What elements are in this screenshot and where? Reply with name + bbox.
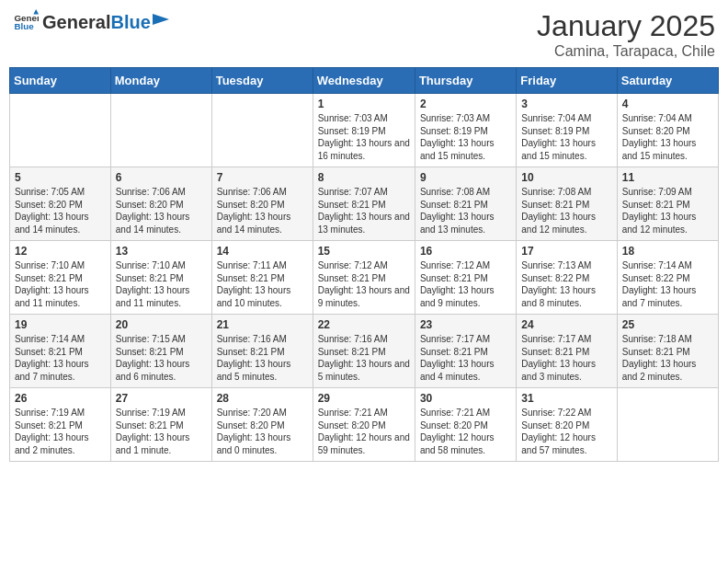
day-info: Sunrise: 7:11 AM Sunset: 8:21 PM Dayligh… (217, 259, 308, 309)
day-info: Sunrise: 7:19 AM Sunset: 8:21 PM Dayligh… (116, 407, 207, 456)
day-number: 22 (318, 318, 410, 331)
svg-marker-3 (153, 14, 169, 25)
calendar-cell: 17Sunrise: 7:13 AM Sunset: 8:22 PM Dayli… (517, 241, 617, 315)
day-info: Sunrise: 7:03 AM Sunset: 8:19 PM Dayligh… (420, 112, 511, 162)
day-number: 18 (622, 245, 713, 258)
day-number: 14 (217, 245, 308, 258)
day-number: 27 (116, 392, 207, 405)
day-info: Sunrise: 7:20 AM Sunset: 8:20 PM Dayligh… (217, 407, 308, 456)
day-number: 31 (521, 392, 611, 405)
day-info: Sunrise: 7:04 AM Sunset: 8:20 PM Dayligh… (622, 112, 713, 162)
logo-icon: General Blue (13, 9, 39, 35)
day-number: 16 (420, 245, 511, 258)
calendar-cell (10, 94, 111, 167)
day-number: 5 (15, 171, 106, 184)
day-number: 20 (116, 318, 207, 331)
day-number: 29 (318, 392, 410, 405)
calendar-cell: 13Sunrise: 7:10 AM Sunset: 8:21 PM Dayli… (110, 241, 211, 315)
day-of-week-header: Friday (517, 68, 617, 94)
calendar-cell: 31Sunrise: 7:22 AM Sunset: 8:20 PM Dayli… (517, 388, 617, 462)
calendar-cell: 23Sunrise: 7:17 AM Sunset: 8:21 PM Dayli… (415, 315, 516, 388)
day-number: 28 (217, 392, 308, 405)
logo-general-text: General (42, 12, 110, 33)
day-number: 2 (420, 98, 511, 110)
day-of-week-header: Sunday (10, 68, 111, 94)
day-number: 11 (622, 171, 713, 184)
calendar-cell (110, 94, 211, 167)
calendar-cell: 10Sunrise: 7:08 AM Sunset: 8:21 PM Dayli… (517, 167, 617, 241)
day-info: Sunrise: 7:12 AM Sunset: 8:21 PM Dayligh… (420, 259, 511, 309)
day-info: Sunrise: 7:04 AM Sunset: 8:19 PM Dayligh… (521, 112, 611, 162)
day-info: Sunrise: 7:10 AM Sunset: 8:21 PM Dayligh… (116, 259, 207, 309)
calendar-cell: 15Sunrise: 7:12 AM Sunset: 8:21 PM Dayli… (313, 241, 415, 315)
calendar-cell: 9Sunrise: 7:08 AM Sunset: 8:21 PM Daylig… (415, 167, 516, 241)
day-info: Sunrise: 7:17 AM Sunset: 8:21 PM Dayligh… (521, 333, 611, 383)
day-number: 13 (116, 245, 207, 258)
day-info: Sunrise: 7:21 AM Sunset: 8:20 PM Dayligh… (420, 407, 511, 456)
day-number: 12 (15, 245, 106, 258)
calendar-cell: 20Sunrise: 7:15 AM Sunset: 8:21 PM Dayli… (110, 315, 211, 388)
day-number: 6 (116, 171, 207, 184)
day-info: Sunrise: 7:14 AM Sunset: 8:21 PM Dayligh… (15, 333, 106, 383)
calendar-cell: 30Sunrise: 7:21 AM Sunset: 8:20 PM Dayli… (415, 388, 516, 462)
day-number: 19 (15, 318, 106, 331)
calendar-cell (211, 94, 313, 167)
day-number: 1 (318, 98, 410, 110)
calendar-cell: 24Sunrise: 7:17 AM Sunset: 8:21 PM Dayli… (517, 315, 617, 388)
day-number: 21 (217, 318, 308, 331)
day-number: 7 (217, 171, 308, 184)
location-subtitle: Camina, Tarapaca, Chile (537, 43, 715, 60)
day-number: 17 (521, 245, 611, 258)
calendar-week-row: 26Sunrise: 7:19 AM Sunset: 8:21 PM Dayli… (10, 388, 719, 462)
calendar-cell: 4Sunrise: 7:04 AM Sunset: 8:20 PM Daylig… (617, 94, 718, 167)
svg-text:Blue: Blue (14, 21, 34, 31)
calendar-cell: 5Sunrise: 7:05 AM Sunset: 8:20 PM Daylig… (10, 167, 111, 241)
day-of-week-header: Tuesday (211, 68, 313, 94)
day-info: Sunrise: 7:10 AM Sunset: 8:21 PM Dayligh… (15, 259, 106, 309)
calendar-cell: 28Sunrise: 7:20 AM Sunset: 8:20 PM Dayli… (211, 388, 313, 462)
day-of-week-header: Saturday (617, 68, 718, 94)
month-title: January 2025 (537, 9, 715, 43)
calendar-cell: 22Sunrise: 7:16 AM Sunset: 8:21 PM Dayli… (313, 315, 415, 388)
day-info: Sunrise: 7:22 AM Sunset: 8:20 PM Dayligh… (521, 407, 611, 456)
calendar-cell: 12Sunrise: 7:10 AM Sunset: 8:21 PM Dayli… (10, 241, 111, 315)
day-of-week-header: Monday (110, 68, 211, 94)
day-info: Sunrise: 7:03 AM Sunset: 8:19 PM Dayligh… (318, 112, 410, 162)
page-header: General Blue GeneralBlue January 2025 Ca… (9, 9, 719, 60)
day-number: 10 (521, 171, 611, 184)
day-number: 4 (622, 98, 713, 110)
day-info: Sunrise: 7:15 AM Sunset: 8:21 PM Dayligh… (116, 333, 207, 383)
calendar-cell: 6Sunrise: 7:06 AM Sunset: 8:20 PM Daylig… (110, 167, 211, 241)
day-of-week-header: Thursday (415, 68, 516, 94)
calendar-cell: 26Sunrise: 7:19 AM Sunset: 8:21 PM Dayli… (10, 388, 111, 462)
calendar-cell: 18Sunrise: 7:14 AM Sunset: 8:22 PM Dayli… (617, 241, 718, 315)
calendar-cell: 3Sunrise: 7:04 AM Sunset: 8:19 PM Daylig… (517, 94, 617, 167)
calendar-week-row: 5Sunrise: 7:05 AM Sunset: 8:20 PM Daylig… (10, 167, 719, 241)
logo: General Blue GeneralBlue (13, 9, 169, 35)
calendar-cell: 25Sunrise: 7:18 AM Sunset: 8:21 PM Dayli… (617, 315, 718, 388)
day-number: 25 (622, 318, 713, 331)
calendar-cell: 14Sunrise: 7:11 AM Sunset: 8:21 PM Dayli… (211, 241, 313, 315)
day-info: Sunrise: 7:14 AM Sunset: 8:22 PM Dayligh… (622, 259, 713, 309)
calendar-cell: 7Sunrise: 7:06 AM Sunset: 8:20 PM Daylig… (211, 167, 313, 241)
calendar-header-row: SundayMondayTuesdayWednesdayThursdayFrid… (10, 68, 719, 94)
day-number: 24 (521, 318, 611, 331)
calendar-cell: 21Sunrise: 7:16 AM Sunset: 8:21 PM Dayli… (211, 315, 313, 388)
calendar-cell (617, 388, 718, 462)
calendar-cell: 27Sunrise: 7:19 AM Sunset: 8:21 PM Dayli… (110, 388, 211, 462)
day-info: Sunrise: 7:07 AM Sunset: 8:21 PM Dayligh… (318, 186, 410, 236)
calendar-cell: 2Sunrise: 7:03 AM Sunset: 8:19 PM Daylig… (415, 94, 516, 167)
day-info: Sunrise: 7:05 AM Sunset: 8:20 PM Dayligh… (15, 186, 106, 236)
day-info: Sunrise: 7:16 AM Sunset: 8:21 PM Dayligh… (318, 333, 410, 383)
day-info: Sunrise: 7:13 AM Sunset: 8:22 PM Dayligh… (521, 259, 611, 309)
day-number: 15 (318, 245, 410, 258)
logo-triangle-icon (153, 14, 169, 30)
day-number: 8 (318, 171, 410, 184)
day-of-week-header: Wednesday (313, 68, 415, 94)
day-info: Sunrise: 7:08 AM Sunset: 8:21 PM Dayligh… (521, 186, 611, 236)
day-number: 9 (420, 171, 511, 184)
title-block: January 2025 Camina, Tarapaca, Chile (537, 9, 715, 60)
logo-blue-text: Blue (110, 12, 150, 33)
day-info: Sunrise: 7:08 AM Sunset: 8:21 PM Dayligh… (420, 186, 511, 236)
calendar-week-row: 12Sunrise: 7:10 AM Sunset: 8:21 PM Dayli… (10, 241, 719, 315)
